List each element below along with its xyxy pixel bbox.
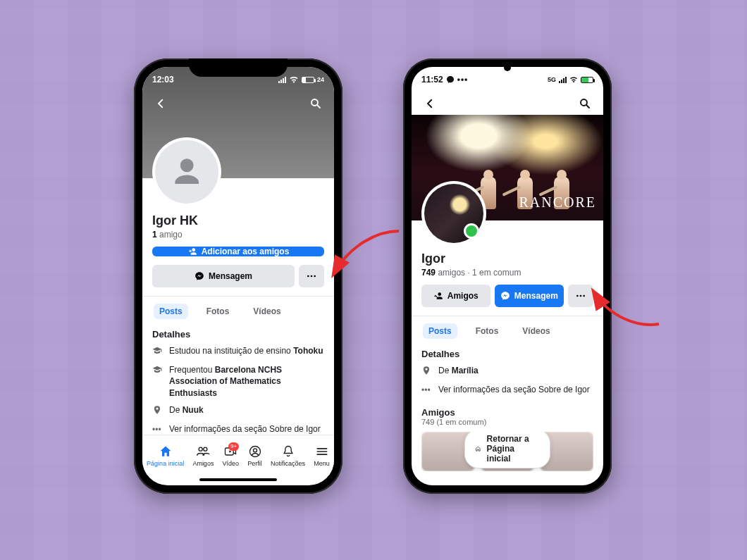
battery-icon (302, 77, 314, 83)
home-indicator (199, 478, 277, 481)
tab-posts[interactable]: Posts (423, 323, 457, 339)
tab-label: Perfil (247, 460, 262, 467)
detail-text: Frequentou Barcelona NCHS Association of… (169, 364, 324, 399)
friends-icon (433, 291, 443, 301)
tab-label: Notificações (271, 460, 305, 467)
tab-videos[interactable]: Vídeos (247, 304, 286, 319)
messenger-icon (500, 291, 510, 301)
detail-text: Estudou na instituição de ensino Tohoku (169, 345, 323, 356)
profile-name: Igor HK (152, 213, 324, 228)
svg-point-2 (311, 275, 313, 278)
message-button[interactable]: Mensagem (495, 285, 564, 307)
profile-body: Igor HK 1 amigo Adicionar aos amigos (142, 178, 334, 435)
location-icon (421, 366, 433, 378)
ellipsis-icon: ••• (152, 424, 163, 435)
profile-nav (142, 92, 334, 115)
battery-pct: 24 (317, 76, 324, 83)
profile-tabs: Posts Fotos Vídeos (152, 297, 324, 319)
cover-text: RANCORE (519, 194, 596, 211)
tab-home[interactable]: Página inicial (147, 444, 184, 467)
tab-label: Vídeo (223, 460, 240, 467)
friend-count: 749 amigos · 1 em comum (421, 268, 593, 278)
bottom-tabbar: Página inicial Amigos 9+ Vídeo Perfil (142, 435, 334, 475)
add-friend-icon (187, 247, 197, 256)
tab-label: Amigos (192, 460, 214, 467)
home-icon (475, 443, 481, 454)
ellipsis-icon: ••• (421, 385, 433, 396)
menu-icon (315, 444, 329, 459)
avatar-placeholder-icon (169, 154, 204, 189)
status-time: 11:52 (421, 75, 443, 85)
detail-school: Frequentou Barcelona NCHS Association of… (152, 364, 324, 399)
message-label: Mensagem (209, 271, 252, 281)
friends-label: Amigos (447, 291, 479, 301)
messenger-status-icon (446, 75, 455, 84)
tab-label: Página inicial (147, 460, 184, 467)
signal-icon (559, 77, 567, 83)
cover-image[interactable]: RANCORE (412, 115, 603, 220)
friends-strip: Retornar a Página inicial (421, 432, 593, 471)
more-button[interactable] (568, 285, 593, 307)
avatar[interactable] (421, 181, 486, 246)
tab-profile[interactable]: Perfil (247, 444, 262, 467)
education-icon (152, 346, 163, 359)
tab-menu[interactable]: Menu (314, 444, 330, 467)
status-icons: 5G (548, 76, 593, 83)
chip-label: Retornar a Página inicial (487, 434, 540, 463)
tab-label: Menu (314, 460, 330, 467)
detail-from: De Nuuk (152, 404, 324, 418)
cover-image: 12:03 24 (142, 67, 334, 178)
detail-education: Estudou na instituição de ensino Tohoku (152, 345, 324, 359)
education-icon (152, 365, 163, 378)
tab-fotos[interactable]: Fotos (470, 323, 505, 339)
details-title: Detalhes (421, 349, 593, 359)
tab-posts[interactable]: Posts (154, 304, 188, 319)
svg-point-3 (314, 275, 316, 278)
bell-icon (281, 444, 295, 459)
svg-point-10 (583, 295, 585, 297)
friends-icon (196, 444, 210, 459)
friends-title: Amigos (421, 407, 593, 418)
wifi-icon (569, 76, 578, 83)
android-camera (504, 64, 511, 71)
detail-text: Ver informações da seção Sobre de Igor (438, 384, 590, 395)
tab-fotos[interactable]: Fotos (201, 304, 235, 319)
search-button[interactable] (306, 94, 326, 113)
back-button[interactable] (151, 94, 171, 113)
detail-text: De Marília (438, 365, 479, 376)
friends-subtitle: 749 (1 em comum) (421, 418, 593, 426)
svg-point-6 (253, 448, 257, 452)
video-badge: 9+ (228, 442, 239, 451)
detail-from: De Marília (421, 365, 593, 378)
return-home-chip[interactable]: Retornar a Página inicial (464, 432, 550, 468)
tab-friends[interactable]: Amigos (192, 444, 214, 467)
status-time: 12:03 (152, 75, 174, 85)
more-icon (575, 290, 586, 301)
screen-left: 12:03 24 (142, 67, 334, 485)
battery-icon (581, 77, 593, 83)
svg-point-1 (307, 275, 309, 278)
svg-point-8 (576, 295, 579, 297)
profile-icon (248, 444, 262, 459)
tab-notifications[interactable]: Notificações (271, 444, 305, 467)
screen-right: 11:52 ••• 5G (412, 67, 603, 485)
tab-video[interactable]: 9+ Vídeo (223, 444, 240, 467)
back-button[interactable] (420, 94, 440, 113)
detail-about-link[interactable]: ••• Ver informações da seção Sobre de Ig… (421, 384, 593, 396)
search-button[interactable] (575, 94, 595, 113)
avatar-photo (424, 184, 483, 243)
profile-name: Igor (421, 251, 593, 266)
avatar[interactable] (152, 137, 221, 206)
detail-about-link[interactable]: ••• Ver informações da seção Sobre de Ig… (152, 423, 324, 435)
phone-right: 11:52 ••• 5G (403, 58, 612, 494)
wifi-icon (289, 76, 299, 83)
add-friend-label: Adicionar aos amigos (202, 247, 290, 256)
phone-left: 12:03 24 (134, 58, 342, 494)
friends-button[interactable]: Amigos (421, 285, 490, 307)
details-title: Detalhes (152, 329, 324, 340)
more-button[interactable] (299, 265, 324, 287)
tab-videos[interactable]: Vídeos (517, 323, 555, 339)
location-icon (152, 405, 163, 418)
message-button[interactable]: Mensagem (152, 265, 295, 287)
add-friend-button[interactable]: Adicionar aos amigos (152, 247, 324, 256)
